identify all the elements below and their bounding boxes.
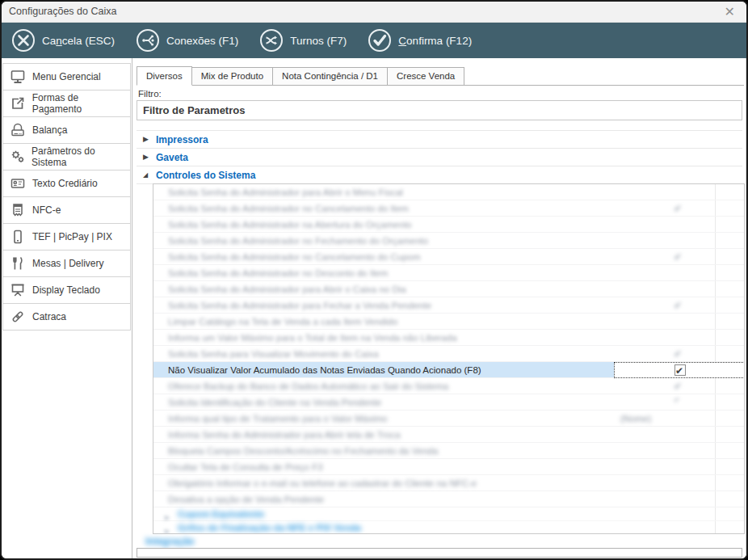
param-value: (Nome) xyxy=(620,411,651,427)
parameter-sections: ▶ Impressora ▶ Gaveta ◢ Controles do Sis… xyxy=(137,130,742,184)
connections-icon xyxy=(136,28,160,53)
params-grid: Solicita Senha do Administrador para Abr… xyxy=(153,183,745,534)
param-rows-above: Solicita Senha do Administrador para Abr… xyxy=(153,184,744,362)
param-row[interactable]: Limpar Catálogo na Tela de Venda a cada … xyxy=(153,314,744,330)
param-row[interactable]: Solicita Senha do Administrador na Abert… xyxy=(153,217,744,233)
tab-nota-contingencia[interactable]: Nota Contingência / D1 xyxy=(272,67,388,86)
param-row[interactable]: Bloqueia Campos Desconto/Acréscimo no Fe… xyxy=(153,443,744,459)
smartphone-icon xyxy=(3,229,32,245)
param-row[interactable]: Solicita Senha do Administrador para Fec… xyxy=(153,297,744,314)
sidebar-item-mesas-delivery[interactable]: Mesas | Delivery xyxy=(2,250,131,277)
section-controles-do-sistema[interactable]: ◢ Controles do Sistema xyxy=(137,166,742,184)
chevron-right-icon: ▶ xyxy=(143,135,149,143)
filter-input[interactable]: Filtro de Parametros xyxy=(137,100,742,120)
param-label: Solicita Identificação do Cliente na Ven… xyxy=(168,398,381,407)
param-row[interactable]: Solicita Senha do Administrador no Fecha… xyxy=(153,233,744,249)
id-card-icon xyxy=(3,175,32,192)
sidebar-item-label: Formas de Pagamento xyxy=(32,92,130,115)
subsection-link-1[interactable]: ▶ Cupom Equivalente xyxy=(153,507,744,521)
check-icon: ✔ xyxy=(674,346,682,362)
subsection-link-2[interactable]: ▶ Grifos de Finalização da NFE e PIX Ven… xyxy=(153,521,744,534)
param-row[interactable]: Solicita Senha do Administrador para Abr… xyxy=(153,184,744,200)
shuffle-icon xyxy=(259,28,284,53)
panel-border xyxy=(746,58,746,560)
check-circle-icon xyxy=(368,28,392,53)
sidebar-item-tef-picpay-pix[interactable]: TEF | PicPay | PIX xyxy=(2,223,131,251)
shifts-button[interactable]: Turnos (F7) xyxy=(259,28,347,53)
param-row[interactable]: Informa Senha do Administrador para Abri… xyxy=(153,427,744,443)
param-row[interactable]: Solicita Senha do Administrador no Cance… xyxy=(153,249,744,265)
cancel-button[interactable]: Cancela (ESC) xyxy=(11,28,115,53)
param-row[interactable]: Obrigatório Informar o e-mail ou telefon… xyxy=(153,475,744,491)
sidebar-item-label: Parâmetros do Sistema xyxy=(32,145,130,168)
tab-cresce-venda[interactable]: Cresce Venda xyxy=(387,67,464,86)
sidebar-item-texto-crediario[interactable]: Texto Crediário xyxy=(2,170,131,197)
param-label: Obrigatório Informar o e-mail ou telefon… xyxy=(168,478,477,488)
param-row[interactable]: Desativa a opção de Venda Pendente xyxy=(153,491,744,507)
scale-icon xyxy=(3,122,32,138)
section-impressora[interactable]: ▶ Impressora xyxy=(137,131,742,149)
param-label: Oferece Backup do Banco de Dados Automát… xyxy=(168,381,448,391)
sidebar-item-parametros-sistema[interactable]: Parâmetros do Sistema xyxy=(2,143,131,171)
chain-link-icon xyxy=(3,309,32,325)
param-row[interactable]: Solicita Senha do Administrador para Abr… xyxy=(153,281,744,297)
main-panel: Diversos Mix de Produto Nota Contingênci… xyxy=(132,58,748,560)
param-label: Solicita Senha do Administrador para Abr… xyxy=(168,187,403,197)
gears-icon xyxy=(3,149,32,165)
toolbar: Cancela (ESC) Conexões (F1) xyxy=(2,23,746,58)
param-label: Solicita Senha do Administrador no Fecha… xyxy=(168,236,428,246)
sidebar-item-catraca[interactable]: Catraca xyxy=(2,303,131,331)
param-row[interactable]: Oferece Backup do Banco de Dados Automát… xyxy=(153,378,744,394)
param-label: Desativa a opção de Venda Pendente xyxy=(168,495,324,504)
sidebar-item-label: Catraca xyxy=(32,311,66,322)
tab-diversos[interactable]: Diversos xyxy=(137,66,192,86)
checkbox-checked[interactable]: ✔ xyxy=(674,364,686,376)
chevron-right-icon: ▶ xyxy=(165,524,170,534)
sidebar: Menu Gerencial Formas de Pagamento Bal xyxy=(2,58,132,560)
param-row[interactable]: Informa qual tipo de Tratamento para o V… xyxy=(153,411,744,427)
cutlery-icon xyxy=(3,255,32,272)
sidebar-item-nfce[interactable]: NFC-e xyxy=(2,196,131,224)
sidebar-item-label: Menu Gerencial xyxy=(32,71,101,82)
param-label: Solicita Senha do Administrador para Fec… xyxy=(168,301,431,310)
param-label: Solicita Senha do Administrador no Cance… xyxy=(168,204,409,213)
connections-button[interactable]: Conexões (F1) xyxy=(136,28,238,53)
sidebar-item-formas-pagamento[interactable]: Formas de Pagamento xyxy=(2,90,131,117)
receipt-printer-icon xyxy=(3,202,32,218)
section-integracao[interactable]: Integração xyxy=(145,536,195,549)
tab-strip: Diversos Mix de Produto Nota Contingênci… xyxy=(137,66,464,86)
title-bar: Configurações do Caixa ✕ xyxy=(2,2,746,23)
close-icon[interactable]: ✕ xyxy=(725,4,735,19)
sidebar-item-menu-gerencial[interactable]: Menu Gerencial xyxy=(2,63,131,91)
sidebar-item-label: TEF | PicPay | PIX xyxy=(32,231,112,242)
export-icon xyxy=(3,95,32,112)
param-label: Solicita Senha do Administrador na Abert… xyxy=(168,220,412,229)
confirm-button[interactable]: Confirma (F12) xyxy=(368,28,472,53)
chevron-right-icon: ▶ xyxy=(143,153,149,161)
param-row[interactable]: Solicita Senha do Administrador no Cance… xyxy=(153,200,744,217)
window-title: Configurações do Caixa xyxy=(9,6,116,17)
param-label: Solicita Senha para Visualizar Movimento… xyxy=(168,349,379,359)
param-row[interactable]: Solicita Senha para Visualizar Movimento… xyxy=(153,346,744,362)
chevron-expanded-icon: ◢ xyxy=(143,171,148,179)
param-label: Solicita Senha do Administrador para Abr… xyxy=(168,284,406,294)
param-row[interactable]: Informa um Valor Máximo para o Total de … xyxy=(153,330,744,346)
section-gaveta[interactable]: ▶ Gaveta xyxy=(137,149,742,166)
check-icon: ✔ xyxy=(675,363,683,379)
param-label: Solicita Senha do Administrador no Cance… xyxy=(168,252,421,262)
sidebar-item-display-teclado[interactable]: Display Teclado xyxy=(2,276,131,304)
sidebar-item-label: NFC-e xyxy=(32,204,61,216)
monitor-icon xyxy=(3,69,32,85)
param-row[interactable]: Ocultar Tela de Consulta de Preço F3 xyxy=(153,459,744,475)
tab-mix-de-produto[interactable]: Mix de Produto xyxy=(191,67,273,86)
param-row[interactable]: Solicita Senha do Administrador no Desco… xyxy=(153,265,744,281)
param-label: Informa Senha do Administrador para Abri… xyxy=(168,430,401,440)
param-row[interactable]: Solicita Identificação do Cliente na Ven… xyxy=(153,394,744,411)
settings-window: Configurações do Caixa ✕ Cancela (ESC) xyxy=(0,0,748,560)
sidebar-item-label: Mesas | Delivery xyxy=(32,258,103,269)
sidebar-item-balanca[interactable]: Balança xyxy=(2,116,131,144)
param-rows-below: Oferece Backup do Banco de Dados Automát… xyxy=(153,378,744,507)
param-row-selected[interactable]: Não Visualizar Valor Acumulado das Notas… xyxy=(153,362,744,378)
check-icon: ✔ xyxy=(674,200,682,217)
focused-cell[interactable]: ✔ xyxy=(614,362,745,378)
